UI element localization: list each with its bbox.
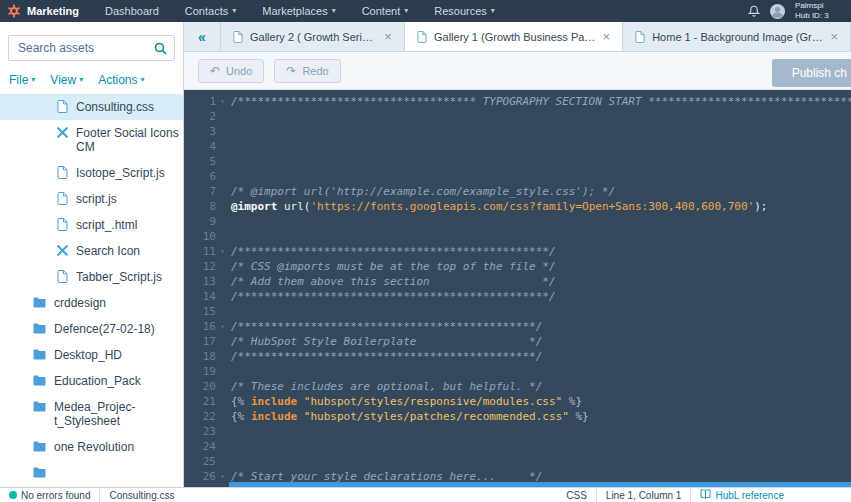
tree-item[interactable]: Consulting.css	[0, 94, 183, 120]
tree-item[interactable]: one Revolution	[0, 434, 183, 460]
code-text[interactable]: {% include "hubspot/styles/patches/recom…	[229, 409, 589, 424]
editor-tab[interactable]: Home 1 - Background Image (Gro...×	[622, 22, 851, 51]
nav-item-contacts[interactable]: Contacts▾	[185, 5, 236, 17]
code-text[interactable]: /* Add them above this section */	[229, 274, 556, 289]
tree-item-label: Footer Social Icons CM	[76, 126, 179, 154]
code-text[interactable]	[229, 139, 231, 154]
error-status-label: No errors found	[21, 490, 90, 501]
fold-arrow-icon[interactable]: ▾	[216, 319, 229, 334]
close-icon[interactable]: ×	[830, 30, 838, 43]
fold-arrow-icon	[216, 259, 229, 274]
redo-button[interactable]: ↷ Redo	[274, 59, 340, 83]
code-text[interactable]: /* @import url('http://example.com/examp…	[229, 184, 615, 199]
finder-sidebar: File▾View▾Actions▾ Consulting.cssFooter …	[0, 22, 184, 487]
close-icon[interactable]: ×	[384, 30, 392, 43]
hubl-reference-link[interactable]: HubL reference	[691, 488, 793, 502]
tree-item[interactable]: Footer Social Icons CM	[0, 120, 183, 160]
code-text[interactable]: /* HubSpot Style Boilerplate */	[229, 334, 542, 349]
code-text[interactable]: /************************************ TY…	[229, 94, 851, 109]
tree-item-label: Isotope_Script.js	[76, 166, 165, 180]
tree-item[interactable]	[0, 460, 183, 485]
tree-item[interactable]: Tabber_Script.js	[0, 264, 183, 290]
menu-actions[interactable]: Actions▾	[98, 73, 144, 87]
tree-item[interactable]: Desktop_HD	[0, 342, 183, 368]
code-text[interactable]: /***************************************…	[229, 349, 542, 364]
file-icon	[57, 270, 68, 283]
nav-item-marketplaces[interactable]: Marketplaces▾	[262, 5, 335, 17]
line-number: 8	[184, 199, 216, 214]
code-text[interactable]	[229, 364, 231, 379]
tree-item-label: Tabber_Script.js	[76, 270, 162, 284]
publish-changes-button[interactable]: Publish ch	[772, 59, 851, 87]
fold-arrow-icon[interactable]: ▾	[216, 244, 229, 259]
code-text[interactable]: /***************************************…	[229, 289, 556, 304]
code-text[interactable]	[229, 169, 231, 184]
code-line: 7/* @import url('http://example.com/exam…	[184, 184, 851, 199]
code-text[interactable]	[229, 109, 231, 124]
editor-tab[interactable]: Gallery 1 (Growth Business Pack)×	[404, 22, 622, 51]
tree-item[interactable]: Isotope_Script.js	[0, 160, 183, 186]
chevron-down-icon: ▾	[491, 7, 495, 15]
code-text[interactable]	[229, 454, 231, 469]
search-box	[8, 35, 175, 61]
code-line: 17/* HubSpot Style Boilerplate */	[184, 334, 851, 349]
folder-icon	[33, 374, 46, 387]
code-text[interactable]	[229, 229, 231, 244]
code-text[interactable]: /***************************************…	[229, 319, 542, 334]
fold-arrow-icon	[216, 229, 229, 244]
nav-brand[interactable]: Marketing	[27, 5, 79, 17]
folder-icon	[33, 440, 46, 453]
search-input[interactable]	[8, 35, 175, 61]
file-icon	[417, 31, 427, 43]
code-text[interactable]: /***************************************…	[229, 244, 556, 259]
nav-item-dashboard[interactable]: Dashboard	[105, 5, 159, 17]
redo-icon: ↷	[286, 65, 296, 77]
close-icon[interactable]: ×	[603, 30, 611, 43]
tree-item-label: Desktop_HD	[54, 348, 122, 362]
collapse-sidebar-button[interactable]: «	[184, 22, 220, 51]
code-text[interactable]: /* These includes are optional, but help…	[229, 379, 542, 394]
nav-item-resources[interactable]: Resources▾	[434, 5, 495, 17]
fold-arrow-icon	[216, 154, 229, 169]
nav-item-label: Resources	[434, 5, 487, 17]
tree-item[interactable]: Medea_Projec- t_Stylesheet	[0, 394, 183, 434]
code-text[interactable]	[229, 304, 231, 319]
chevron-down-icon: ▾	[31, 76, 35, 84]
editor-tab[interactable]: Gallery 2 ( Growth Series )×	[220, 22, 404, 51]
search-icon[interactable]	[154, 42, 167, 55]
code-editor[interactable]: 1▾/************************************ …	[184, 90, 851, 487]
fold-arrow-icon[interactable]: ▾	[216, 94, 229, 109]
notifications-bell-icon[interactable]	[748, 5, 760, 18]
top-navigation: Marketing DashboardContacts▾Marketplaces…	[0, 0, 851, 22]
hubspot-logo-icon[interactable]	[7, 4, 21, 18]
tree-item[interactable]: crddesign	[0, 290, 183, 316]
tree-item[interactable]: script_.html	[0, 212, 183, 238]
code-text[interactable]	[229, 214, 231, 229]
tree-item[interactable]: Search Icon	[0, 238, 183, 264]
account-info[interactable]: Palmspi Hub ID: 3	[795, 1, 851, 21]
menu-file[interactable]: File▾	[9, 73, 35, 87]
menu-label: Actions	[98, 73, 137, 87]
status-bar: No errors found Consulting.css CSS Line …	[0, 487, 851, 502]
code-text[interactable]: {% include "hubspot/styles/responsive/mo…	[229, 394, 582, 409]
code-text[interactable]: /* CSS @imports must be at the top of th…	[229, 259, 556, 274]
code-text[interactable]: @import url('https://fonts.googleapis.co…	[229, 199, 767, 214]
tree-item[interactable]: script.js	[0, 186, 183, 212]
menu-view[interactable]: View▾	[50, 73, 83, 87]
tab-label: Home 1 - Background Image (Gro...	[652, 31, 823, 43]
tree-item-label: Search Icon	[76, 244, 140, 258]
code-text[interactable]	[229, 124, 231, 139]
fold-arrow-icon[interactable]: ▾	[216, 469, 229, 484]
avatar[interactable]	[770, 4, 785, 19]
error-status: No errors found	[0, 488, 99, 502]
code-text[interactable]	[229, 154, 231, 169]
code-text[interactable]	[229, 424, 231, 439]
code-text[interactable]	[229, 439, 231, 454]
chevron-down-icon: ▾	[79, 76, 83, 84]
tree-item[interactable]: Defence(27-02-18)	[0, 316, 183, 342]
tree-item[interactable]: Education_Pack	[0, 368, 183, 394]
chevron-down-icon: ▾	[332, 7, 336, 15]
undo-button[interactable]: ↶ Undo	[198, 59, 264, 83]
nav-item-content[interactable]: Content▾	[362, 5, 409, 17]
tree-item-label: Defence(27-02-18)	[54, 322, 155, 336]
